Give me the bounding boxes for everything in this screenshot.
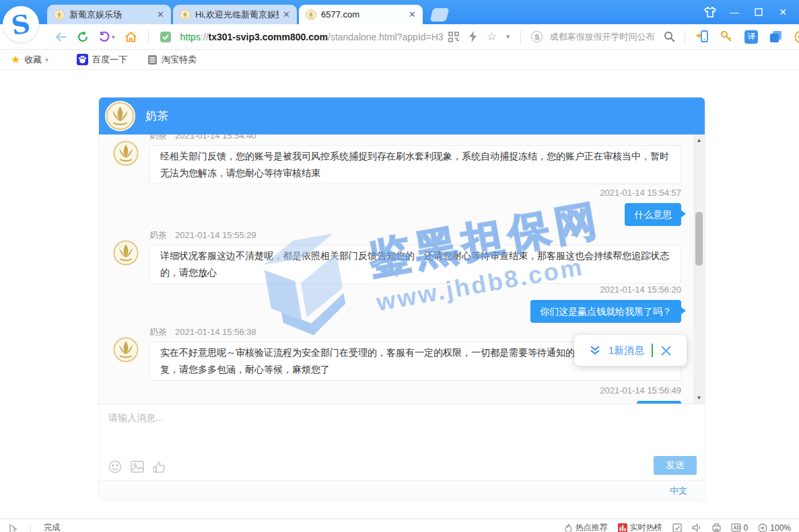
- url-separator: ://: [201, 32, 209, 42]
- toolbar-divider: [148, 30, 149, 44]
- realtime-rank-button[interactable]: 实时热榜: [618, 522, 662, 532]
- tab-6577-active[interactable]: 6577.com ✕: [299, 5, 423, 24]
- user-message: 2021-01-14 15:54:57 什么意思: [600, 187, 681, 226]
- chat-scrollbar[interactable]: ▲ ▼: [693, 135, 705, 404]
- maximize-button[interactable]: [746, 0, 771, 24]
- favorites-caret-icon: ▾: [45, 56, 48, 63]
- image-upload-icon[interactable]: [131, 461, 144, 473]
- bookmark-star-icon[interactable]: ☆: [487, 30, 497, 44]
- url-path: /standalone.html?appId=H3: [328, 32, 444, 42]
- tab-close-icon[interactable]: ✕: [409, 9, 416, 20]
- translate-icon[interactable]: 译: [744, 30, 758, 44]
- scrollbar-thumb[interactable]: [695, 212, 703, 266]
- home-button[interactable]: [125, 31, 137, 43]
- theme-skin-icon[interactable]: [698, 0, 722, 24]
- message-bubble: 经相关部门反馈，您的账号是被我司风控系统捕捉到存在刷水套利现象，系统自动捕捉冻结…: [149, 145, 681, 184]
- chat-widget: 奶茶 奶茶2021-01-14 15:54:40 经相关部门反馈，您的账号是被我…: [99, 98, 705, 500]
- ad-filter-counter[interactable]: 0: [731, 523, 749, 532]
- tab-close-icon[interactable]: ✕: [157, 9, 164, 20]
- message-input[interactable]: [99, 404, 705, 445]
- security-shield-icon[interactable]: [160, 31, 172, 43]
- user-message: 2021-01-14 15:56:49: [600, 385, 681, 404]
- message-time: 2021-01-14 15:54:57: [600, 187, 681, 199]
- agent-message: 奶茶2021-01-14 15:54:40 经相关部门反馈，您的账号是被我司风控…: [149, 135, 681, 184]
- new-tab-button[interactable]: [430, 8, 450, 22]
- favorites-label: 收藏: [24, 54, 42, 66]
- minimize-button[interactable]: —: [722, 0, 746, 24]
- url-display[interactable]: https://tx301-svip3.comm800.com/standalo…: [180, 32, 444, 42]
- bookmark-baidu[interactable]: 百度一下: [77, 54, 127, 66]
- bookmark-label: 百度一下: [92, 54, 127, 66]
- scroll-down-icon[interactable]: ▼: [693, 395, 705, 401]
- bookmark-taobao[interactable]: 淘宝特卖: [147, 54, 197, 66]
- agent-message: 奶茶2021-01-14 15:55:29 详细状况客服这边不清楚呢，都是依照相…: [149, 229, 681, 284]
- document-icon: [147, 54, 158, 65]
- agent-avatar: [112, 336, 139, 363]
- language-switch[interactable]: 中文: [670, 485, 687, 497]
- thumbs-up-icon[interactable]: [153, 461, 166, 473]
- message-time: 2021-01-14 15:56:20: [530, 284, 681, 296]
- page-status-text: 完成: [44, 522, 60, 532]
- tab-welcome[interactable]: Hi,欢迎光临新葡京娱樂場 ✕: [173, 5, 297, 24]
- browser-logo[interactable]: S: [3, 6, 39, 42]
- url-dropdown-caret-icon[interactable]: ▾: [506, 32, 510, 41]
- back-button[interactable]: [55, 32, 67, 42]
- agent-avatar: [112, 239, 139, 266]
- printer-icon: [712, 523, 721, 532]
- chat-composer: 发送: [99, 404, 705, 480]
- mute-button[interactable]: [692, 523, 702, 532]
- message-time: 2021-01-14 15:56:38: [175, 327, 256, 337]
- search-box[interactable]: S 成都寒假放假开学时间公布: [531, 31, 675, 43]
- emoji-icon[interactable]: [108, 460, 122, 473]
- message-time: 2021-01-14 15:56:49: [600, 385, 681, 397]
- rank-chart-icon: [618, 523, 627, 532]
- toolbar-divider: [520, 30, 521, 44]
- user-message: 2021-01-14 15:56:20 你们这是赢点钱就给我黑了吗？: [530, 284, 681, 323]
- window-controls: — ✕: [698, 0, 795, 24]
- collections-icon[interactable]: [769, 30, 783, 43]
- chat-footer: 中文: [99, 480, 705, 500]
- password-key-icon[interactable]: [720, 30, 733, 43]
- bookmark-label: 淘宝特卖: [162, 54, 197, 66]
- pointer-select-icon[interactable]: [8, 523, 18, 532]
- casino-favicon-icon: [306, 9, 316, 20]
- favorites-menu[interactable]: ★ 收藏 ▾: [11, 53, 48, 66]
- new-message-popup[interactable]: 1新消息: [574, 335, 687, 366]
- scroll-up-icon[interactable]: ▲: [693, 137, 705, 143]
- tab-close-icon[interactable]: ✕: [283, 9, 290, 20]
- agent-avatar: [112, 140, 139, 167]
- search-suggestion-text[interactable]: 成都寒假放假开学时间公布: [549, 31, 654, 43]
- lightning-speed-icon[interactable]: [468, 31, 477, 42]
- print-button[interactable]: [712, 523, 721, 532]
- refresh-button[interactable]: [77, 31, 89, 43]
- message-time: 2021-01-14 15:55:29: [175, 230, 256, 240]
- undo-caret-icon[interactable]: ▾: [112, 34, 115, 40]
- casino-favicon-icon: [180, 9, 190, 20]
- browser-status-bar: 完成 热点推荐 实时热榜 0 100%: [0, 519, 799, 532]
- send-button[interactable]: 发送: [654, 456, 697, 475]
- qr-code-icon[interactable]: [448, 32, 459, 42]
- message-sender: 奶茶: [149, 135, 167, 141]
- popup-close-icon[interactable]: [660, 345, 672, 356]
- address-toolbar: ▾ https://tx301-svip3.comm800.com/standa…: [0, 24, 799, 50]
- send-to-phone-icon[interactable]: [695, 30, 709, 43]
- message-sender: 奶茶: [149, 327, 167, 337]
- zoom-control[interactable]: 100%: [758, 523, 791, 532]
- message-bubble: 详细状况客服这边不清楚呢，都是依照相关部门反馈告知您的，还请您耐心等待审查结束，…: [149, 245, 681, 284]
- new-message-label: 1新消息: [609, 344, 644, 357]
- double-chevron-down-icon: [589, 344, 601, 356]
- favorites-star-icon: ★: [11, 53, 20, 66]
- agent-avatar: [105, 101, 135, 131]
- statusbar-divider: [30, 524, 31, 532]
- tab-strip: 新葡京娱乐场 ✕ Hi,欢迎光临新葡京娱樂場 ✕ 6577.com ✕: [47, 5, 448, 24]
- hot-recommend-button[interactable]: 热点推荐: [564, 522, 608, 532]
- undo-button[interactable]: ▾: [98, 31, 115, 43]
- page-check-button[interactable]: [672, 523, 682, 532]
- message-time: 2021-01-14 15:54:40: [175, 135, 256, 141]
- menu-more-icon[interactable]: [794, 30, 799, 44]
- close-button[interactable]: ✕: [771, 0, 795, 24]
- tab-xinpujing[interactable]: 新葡京娱乐场 ✕: [47, 5, 171, 24]
- search-magnifier-icon[interactable]: [664, 31, 675, 42]
- zoom-plus-icon: [758, 523, 767, 532]
- toolbar-divider: [685, 30, 685, 44]
